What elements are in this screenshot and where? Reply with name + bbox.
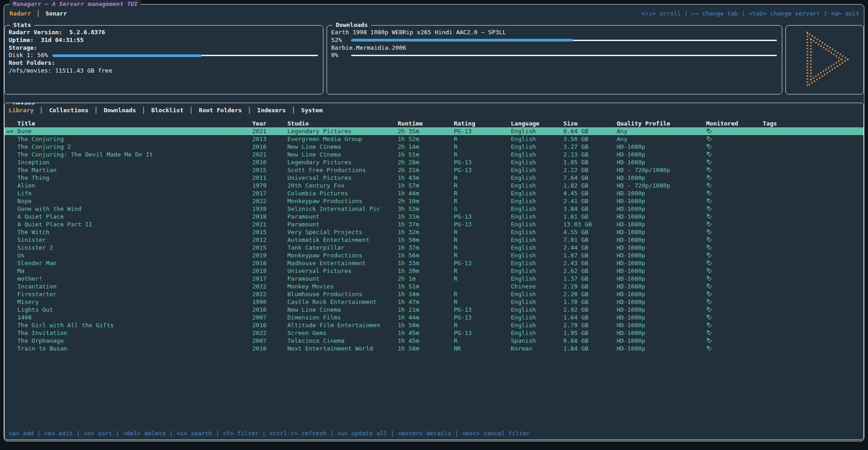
movies-tab-indexers[interactable]: Indexers: [257, 107, 286, 114]
table-row[interactable]: The Thing2011Universal Pictures1h 43mREn…: [5, 174, 863, 182]
movies-tab-collections[interactable]: Collections: [49, 107, 88, 114]
cell-rating: PG-13: [454, 220, 511, 228]
movies-tab-downloads[interactable]: Downloads: [104, 107, 136, 114]
cell-runtime: 2h 14m: [398, 143, 454, 151]
monitored-tag-icon: [706, 314, 763, 321]
table-row[interactable]: mother!2017Paramount2h 1mREnglish1.37 GB…: [5, 275, 863, 283]
table-row[interactable]: The Girl with All the Gifts2016Altitude …: [5, 321, 863, 329]
movies-tab-library[interactable]: Library: [9, 107, 34, 114]
cell-size: 1.95 GB: [563, 329, 617, 337]
movies-tab-blocklist[interactable]: Blocklist: [151, 107, 183, 114]
table-row[interactable]: 14082007Dimension Films1h 44mPG-13Englis…: [5, 314, 863, 321]
cell-tags: [763, 267, 863, 275]
cell-tags: [763, 236, 863, 244]
column-header-language: Language: [511, 120, 563, 127]
cell-runtime: 1h 34m: [398, 290, 454, 298]
selection-marker: [5, 182, 17, 189]
cell-studio: Automatik Entertainment: [287, 236, 398, 244]
table-body: =>Dune2021Legendary Pictures2h 35mPG-13E…: [5, 127, 863, 352]
cell-title: The Girl with All the Gifts: [17, 321, 252, 329]
cell-language: English: [511, 213, 563, 220]
table-row[interactable]: Life2017Columbia Pictures1h 44mREnglish4…: [5, 189, 863, 197]
cell-tags: [763, 127, 863, 135]
table-row[interactable]: Slender Man2018Madhouse Entertainment1h …: [5, 259, 863, 267]
table-row[interactable]: The Conjuring 22016New Line Cinema2h 14m…: [5, 143, 863, 151]
cell-language: English: [511, 244, 563, 251]
table-row[interactable]: The Conjuring2013Evergreen Media Group1h…: [5, 135, 863, 143]
table-row[interactable]: Inception2010Legendary Pictures2h 28mPG-…: [5, 158, 863, 166]
table-row[interactable]: A Quiet Place2018Paramount1h 31mPG-13Eng…: [5, 213, 863, 220]
app-frame: Managarr – A Servarr management TUI Rada…: [4, 4, 864, 441]
cell-studio: Evergreen Media Group: [287, 135, 398, 143]
selection-marker: [5, 220, 17, 228]
table-row[interactable]: =>Dune2021Legendary Pictures2h 35mPG-13E…: [5, 127, 863, 135]
cell-rating: PG-13: [454, 306, 511, 314]
cell-tags: [763, 251, 863, 259]
cell-year: 2012: [252, 236, 287, 244]
table-row[interactable]: Misery1990Castle Rock Entertainment1h 47…: [5, 298, 863, 306]
cell-language: English: [511, 275, 563, 283]
table-row[interactable]: Gone with the Wind1939Selznick Internati…: [5, 205, 863, 213]
table-row[interactable]: Alien197920th Century Fox1h 57mREnglish1…: [5, 182, 863, 189]
cell-tags: [763, 298, 863, 306]
table-row[interactable]: Firestarter2022Blumhouse Productions1h 3…: [5, 290, 863, 298]
download-progress-gauge: [351, 37, 778, 44]
table-row[interactable]: The Martian2015Scott Free Productions2h …: [5, 166, 863, 174]
cell-size: 13.03 GB: [563, 220, 617, 228]
cell-title: A Quiet Place: [17, 213, 252, 220]
cell-year: 2021: [252, 220, 287, 228]
cell-title: The Martian: [17, 166, 252, 174]
selection-marker: [5, 158, 17, 166]
table-row[interactable]: A Quiet Place Part II2021Paramount1h 37m…: [5, 220, 863, 228]
selection-marker: [5, 205, 17, 213]
column-header-year: Year: [252, 120, 287, 127]
cell-year: 1939: [252, 205, 287, 213]
top-panels: Stats Radarr Version: 5.2.6.8376 Uptime:…: [4, 25, 864, 94]
cell-rating: PG-13: [454, 166, 511, 174]
cell-size: 1.70 GB: [563, 298, 617, 306]
downloads-panel-title: Downloads: [333, 21, 371, 29]
table-row[interactable]: The Witch2015Very Special Projects1h 32m…: [5, 228, 863, 236]
cell-language: English: [511, 189, 563, 197]
table-row[interactable]: Incantation2022Monkey Movies1h 51mChines…: [5, 283, 863, 290]
cell-tags: [763, 182, 863, 189]
servarr-tab-sonarr[interactable]: Sonarr: [46, 10, 67, 17]
table-row[interactable]: Sinister2012Automatik Entertainment1h 50…: [5, 236, 863, 244]
cell-title: Lights Out: [17, 306, 252, 314]
table-row[interactable]: The Invitation2022Screen Gems1h 45mPG-13…: [5, 329, 863, 337]
cell-size: 2.62 GB: [563, 267, 617, 275]
cell-quality_profile: HD-1080p: [617, 151, 706, 158]
table-row[interactable]: Ma2019Universal Pictures1h 39mREnglish2.…: [5, 267, 863, 275]
cell-quality_profile: HD-1080p: [617, 205, 706, 213]
table-row[interactable]: Us2019Monkeypaw Productions1h 56mREnglis…: [5, 251, 863, 259]
selection-marker: [5, 197, 17, 205]
download-progress-gauge: [351, 52, 778, 59]
movies-tab-system[interactable]: System: [301, 107, 322, 114]
cell-title: The Conjuring: [17, 135, 252, 143]
cell-runtime: 1h 50m: [398, 236, 454, 244]
monitored-tag-icon: [706, 321, 763, 329]
selection-marker: [5, 298, 17, 306]
cell-title: mother!: [17, 275, 252, 283]
table-row[interactable]: Sinister 22015Tank Caterpillar1h 37mREng…: [5, 244, 863, 251]
selection-marker: [5, 143, 17, 151]
cell-title: Alien: [17, 182, 252, 189]
cell-quality_profile: HD-1080p: [617, 267, 706, 275]
cell-quality_profile: HD-1080p: [617, 213, 706, 220]
cell-studio: Altitude Film Entertainmen: [287, 321, 398, 329]
bottom-keybinding-hints: <a> add | <e> edit | <o> sort | <del> de…: [5, 429, 863, 438]
table-row[interactable]: Train to Busan2016Next Entertainment Wor…: [5, 345, 863, 352]
cell-rating: R: [454, 228, 511, 236]
movies-tab-root-folders[interactable]: Root Folders: [199, 107, 242, 114]
table-row[interactable]: The Conjuring: The Devil Made Me Do It20…: [5, 151, 863, 158]
table-row[interactable]: The Orphanage2007Telecinco Cinema1h 45mR…: [5, 337, 863, 345]
cell-studio: New Line Cinema: [287, 306, 398, 314]
cell-studio: 20th Century Fox: [287, 182, 398, 189]
cell-year: 2016: [252, 321, 287, 329]
cell-tags: [763, 259, 863, 267]
table-row[interactable]: Lights Out2016New Line Cinema1h 21mPG-13…: [5, 306, 863, 314]
servarr-tab-radarr[interactable]: Radarr: [10, 10, 31, 17]
cell-year: 2016: [252, 143, 287, 151]
table-row[interactable]: Nope2022Monkeypaw Productions2h 10mREngl…: [5, 197, 863, 205]
cell-studio: Paramount: [287, 275, 398, 283]
